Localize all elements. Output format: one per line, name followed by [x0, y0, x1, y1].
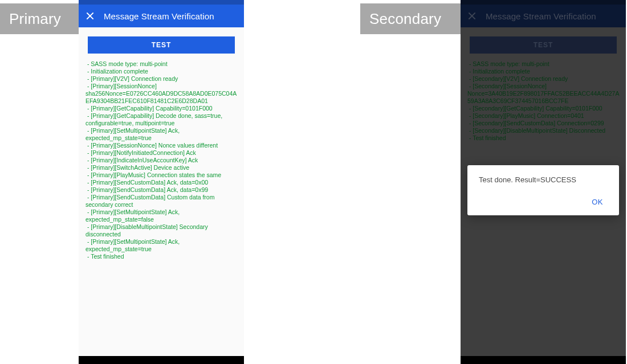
primary-content: TEST - SASS mode type: multi-point - Ini…: [79, 27, 244, 356]
primary-nav-bar: [79, 356, 244, 364]
primary-screen: Message Stream Verification TEST - SASS …: [79, 0, 244, 364]
result-dialog: Test done. Result=SUCCESS OK: [467, 165, 619, 215]
secondary-device-label: Secondary: [360, 3, 461, 34]
primary-log-output: - SASS mode type: multi-point - Initiali…: [79, 60, 244, 260]
primary-status-bar: [79, 0, 244, 5]
secondary-device-frame: Message Stream Verification TEST - SASS …: [461, 0, 626, 364]
close-icon[interactable]: [85, 11, 95, 21]
dialog-actions: OK: [479, 193, 608, 211]
primary-device-label: Primary: [0, 3, 79, 34]
test-button[interactable]: TEST: [88, 36, 235, 54]
dialog-message: Test done. Result=SUCCESS: [479, 175, 608, 184]
primary-app-bar: Message Stream Verification: [79, 5, 244, 27]
primary-device-frame: Message Stream Verification TEST - SASS …: [79, 0, 244, 364]
app-bar-title: Message Stream Verification: [104, 11, 214, 21]
dialog-ok-button[interactable]: OK: [587, 193, 608, 211]
secondary-screen: Message Stream Verification TEST - SASS …: [461, 0, 626, 364]
